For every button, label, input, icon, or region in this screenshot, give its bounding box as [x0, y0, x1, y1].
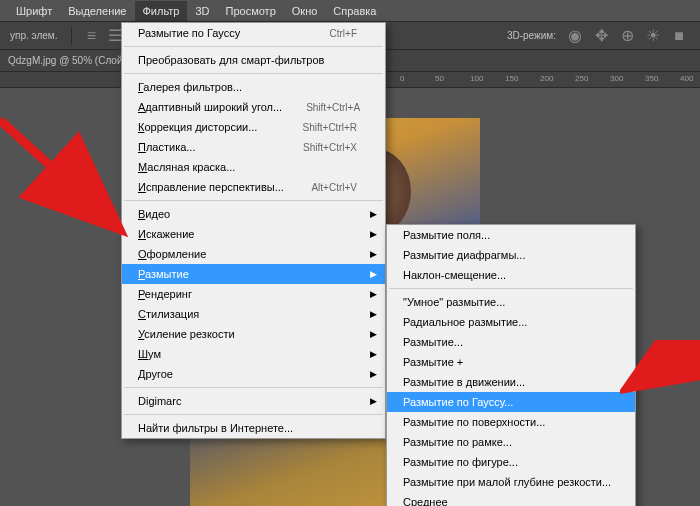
menu-separator [124, 387, 383, 388]
menu-item-label: Найти фильтры в Интернете... [138, 422, 293, 434]
menu-separator [124, 46, 383, 47]
filter-menu-item[interactable]: Шум▶ [122, 344, 385, 364]
menu-item-label: Адаптивный широкий угол... [138, 101, 282, 113]
blur-submenu-item[interactable]: Размытие диафрагмы... [387, 245, 635, 265]
toolbar-label: упр. элем. [6, 30, 61, 41]
filter-menu-item[interactable]: Стилизация▶ [122, 304, 385, 324]
blur-submenu-item[interactable]: Размытие... [387, 332, 635, 352]
filter-menu-item[interactable]: Масляная краска... [122, 157, 385, 177]
menu-item-label: Размытие при малой глубине резкости... [403, 476, 611, 488]
blur-submenu-item[interactable]: "Умное" размытие... [387, 292, 635, 312]
menu-shortcut: Alt+Ctrl+V [311, 182, 357, 193]
menu-item-label: Размытие по рамке... [403, 436, 512, 448]
filter-menu-item[interactable]: Digimarc▶ [122, 391, 385, 411]
camera-icon[interactable]: ■ [670, 27, 688, 45]
filter-menu-item[interactable]: Найти фильтры в Интернете... [122, 418, 385, 438]
menu-item-label: Оформление [138, 248, 206, 260]
menu-item-label: Рендеринг [138, 288, 192, 300]
blur-submenu-item[interactable]: Размытие в движении... [387, 372, 635, 392]
zoom-icon[interactable]: ⊕ [618, 27, 636, 45]
filter-menu-item[interactable]: Рендеринг▶ [122, 284, 385, 304]
menubar: Шрифт Выделение Фильтр 3D Просмотр Окно … [0, 0, 700, 22]
filter-menu-item[interactable]: Оформление▶ [122, 244, 385, 264]
menu-item-label: "Умное" размытие... [403, 296, 505, 308]
blur-submenu-item[interactable]: Наклон-смещение... [387, 265, 635, 285]
filter-menu-item[interactable]: Искажение▶ [122, 224, 385, 244]
filter-menu-item[interactable]: Видео▶ [122, 204, 385, 224]
blur-submenu-item[interactable]: Размытие по Гауссу... [387, 392, 635, 412]
menu-item-label: Наклон-смещение... [403, 269, 506, 281]
filter-menu-item[interactable]: Коррекция дисторсии...Shift+Ctrl+R [122, 117, 385, 137]
filter-menu-item[interactable]: Галерея фильтров... [122, 77, 385, 97]
menu-font[interactable]: Шрифт [8, 1, 60, 21]
menu-item-label: Радиальное размытие... [403, 316, 527, 328]
blur-submenu-item[interactable]: Размытие + [387, 352, 635, 372]
menu-item-label: Исправление перспективы... [138, 181, 284, 193]
blur-submenu-item[interactable]: Размытие при малой глубине резкости... [387, 472, 635, 492]
ruler-tick: 300 [610, 74, 623, 83]
menu-item-label: Размытие в движении... [403, 376, 525, 388]
ruler-tick: 150 [505, 74, 518, 83]
mode-3d-label: 3D-режим: [503, 30, 560, 41]
menu-item-label: Размытие... [403, 336, 463, 348]
filter-menu-item[interactable]: Усиление резкости▶ [122, 324, 385, 344]
menu-window[interactable]: Окно [284, 1, 326, 21]
menu-item-label: Коррекция дисторсии... [138, 121, 257, 133]
submenu-arrow-icon: ▶ [370, 349, 377, 359]
menu-select[interactable]: Выделение [60, 1, 134, 21]
filter-menu-item[interactable]: Размытие по ГауссуCtrl+F [122, 23, 385, 43]
orbit-icon[interactable]: ◉ [566, 27, 584, 45]
ruler-tick: 50 [435, 74, 444, 83]
filter-menu-item[interactable]: Размытие▶ [122, 264, 385, 284]
menu-shortcut: Shift+Ctrl+A [306, 102, 360, 113]
ruler-tick: 250 [575, 74, 588, 83]
filter-menu-item[interactable]: Исправление перспективы...Alt+Ctrl+V [122, 177, 385, 197]
menu-item-label: Digimarc [138, 395, 181, 407]
menu-separator [124, 73, 383, 74]
menu-item-label: Среднее [403, 496, 448, 506]
menu-filter[interactable]: Фильтр [135, 1, 188, 21]
menu-shortcut: Ctrl+F [330, 28, 358, 39]
submenu-arrow-icon: ▶ [370, 289, 377, 299]
filter-menu-item[interactable]: Адаптивный широкий угол...Shift+Ctrl+A [122, 97, 385, 117]
light-icon[interactable]: ☀ [644, 27, 662, 45]
blur-submenu-item[interactable]: Радиальное размытие... [387, 312, 635, 332]
filter-menu-item[interactable]: Преобразовать для смарт-фильтров [122, 50, 385, 70]
menu-item-label: Другое [138, 368, 173, 380]
menu-item-label: Размытие по Гауссу [138, 27, 240, 39]
blur-submenu-item[interactable]: Среднее [387, 492, 635, 506]
submenu-arrow-icon: ▶ [370, 269, 377, 279]
menu-item-label: Искажение [138, 228, 194, 240]
blur-submenu-item[interactable]: Размытие поля... [387, 225, 635, 245]
menu-separator [389, 288, 633, 289]
menu-view[interactable]: Просмотр [218, 1, 284, 21]
menu-3d[interactable]: 3D [187, 1, 217, 21]
menu-separator [124, 200, 383, 201]
submenu-arrow-icon: ▶ [370, 229, 377, 239]
menu-shortcut: Shift+Ctrl+X [303, 142, 357, 153]
menu-help[interactable]: Справка [325, 1, 384, 21]
pan-icon[interactable]: ✥ [592, 27, 610, 45]
filter-menu-item[interactable]: Пластика...Shift+Ctrl+X [122, 137, 385, 157]
menu-shortcut: Shift+Ctrl+R [303, 122, 357, 133]
ruler-tick: 400 [680, 74, 693, 83]
menu-item-label: Видео [138, 208, 170, 220]
blur-submenu-item[interactable]: Размытие по рамке... [387, 432, 635, 452]
document-title: QdzgM.jpg @ 50% (Слой 0 [8, 55, 131, 66]
menu-item-label: Преобразовать для смарт-фильтров [138, 54, 324, 66]
ruler-tick: 0 [400, 74, 404, 83]
menu-item-label: Галерея фильтров... [138, 81, 242, 93]
menu-item-label: Размытие [138, 268, 189, 280]
align-icon[interactable]: ≡ [82, 27, 100, 45]
submenu-arrow-icon: ▶ [370, 329, 377, 339]
menu-item-label: Шум [138, 348, 161, 360]
ruler-tick: 200 [540, 74, 553, 83]
blur-submenu-item[interactable]: Размытие по поверхности... [387, 412, 635, 432]
menu-separator [124, 414, 383, 415]
menu-item-label: Размытие по фигуре... [403, 456, 518, 468]
filter-menu-item[interactable]: Другое▶ [122, 364, 385, 384]
separator [71, 27, 72, 45]
submenu-arrow-icon: ▶ [370, 209, 377, 219]
blur-submenu-item[interactable]: Размытие по фигуре... [387, 452, 635, 472]
submenu-arrow-icon: ▶ [370, 369, 377, 379]
